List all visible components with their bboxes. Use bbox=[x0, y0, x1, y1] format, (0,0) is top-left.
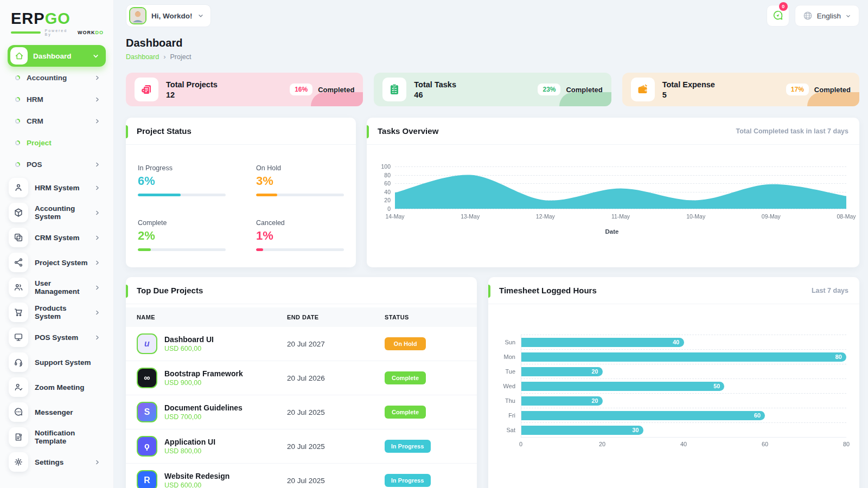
status-value: 1% bbox=[256, 229, 344, 243]
status-badge: Complete bbox=[385, 406, 426, 419]
sidebar-item-notification-template[interactable]: Notification Template bbox=[8, 425, 106, 450]
sidebar-item-products-system[interactable]: Products System bbox=[8, 300, 106, 325]
sidebar-item-messenger[interactable]: Messenger bbox=[8, 400, 106, 425]
status-label: On Hold bbox=[256, 164, 344, 172]
language-selector[interactable]: English bbox=[795, 5, 859, 27]
progress-fill bbox=[138, 248, 151, 251]
table-row[interactable]: S Document Guidelines USD 700,00 20 Jul … bbox=[126, 395, 477, 429]
bar-row-thu: Thu 20 bbox=[497, 393, 846, 408]
breadcrumb: Dashboard › Project bbox=[126, 53, 859, 61]
sidebar-item-accounting-system[interactable]: Accounting System bbox=[8, 200, 106, 225]
bar[interactable]: 20 bbox=[521, 396, 603, 406]
sidebar-item-support-system[interactable]: Support System bbox=[8, 350, 106, 375]
status-badge: In Progress bbox=[385, 440, 431, 453]
project-name: Dashboard UI bbox=[164, 335, 214, 344]
timesheet-card: Timesheet Logged Hours Last 7 days Sun 4… bbox=[488, 277, 859, 488]
sidebar-item-hrm-system[interactable]: HRM System bbox=[8, 175, 106, 200]
message-icon bbox=[772, 10, 784, 22]
sidebar-item-label: Accounting System bbox=[35, 204, 88, 221]
powered-by-label: Powered By bbox=[45, 29, 73, 36]
bar[interactable]: 80 bbox=[521, 352, 846, 362]
project-amount: USD 800,00 bbox=[164, 447, 215, 455]
project-status-card: Project Status In Progress 6% On Hold 3%… bbox=[126, 118, 356, 267]
user-menu-button[interactable]: Hi, Workdo! bbox=[126, 4, 211, 27]
sidebar-item-project[interactable]: Project bbox=[8, 132, 106, 153]
dot-icon bbox=[15, 119, 20, 124]
sidebar-item-accounting[interactable]: Accounting bbox=[8, 67, 106, 88]
brand-name: ERPGO bbox=[11, 10, 104, 28]
progress-track bbox=[256, 248, 344, 251]
total-expense-card: Total Expense 5 17% Completed bbox=[622, 73, 859, 106]
chevron-right-icon bbox=[94, 459, 100, 465]
x-axis-title: Date bbox=[378, 228, 846, 235]
chat-icon bbox=[9, 402, 28, 422]
sidebar-item-hrm[interactable]: HRM bbox=[8, 88, 106, 110]
sidebar-item-crm[interactable]: CRM bbox=[8, 110, 106, 132]
sidebar-item-label: Messenger bbox=[35, 408, 94, 416]
sidebar-item-dashboard[interactable]: Dashboard bbox=[8, 45, 106, 67]
card-title: Tasks Overview bbox=[378, 126, 438, 136]
status-complete: Complete 2% bbox=[138, 219, 226, 251]
sidebar-item-settings[interactable]: Settings bbox=[8, 450, 106, 474]
sidebar-item-crm-system[interactable]: CRM System bbox=[8, 225, 106, 250]
project-logo-icon: R bbox=[137, 470, 157, 488]
bar[interactable]: 50 bbox=[521, 382, 724, 391]
bar[interactable]: 30 bbox=[521, 426, 643, 435]
message-count-badge: 0 bbox=[779, 2, 788, 11]
breadcrumb-separator: › bbox=[163, 53, 165, 61]
bar[interactable]: 20 bbox=[521, 367, 603, 376]
end-date: 20 Jul 2026 bbox=[287, 374, 385, 382]
timesheet-chart: Sun 40 Mon 80 Tue 20 Wed 50 Thu 20 Fri 6… bbox=[488, 304, 859, 461]
sidebar-item-label: Accounting bbox=[27, 74, 88, 82]
y-axis-labels: 020406080100 bbox=[378, 166, 395, 209]
home-icon bbox=[10, 47, 28, 65]
x-axis-labels: 14-May13-May12-May11-May10-May09-May08-M… bbox=[395, 213, 846, 224]
chevron-right-icon bbox=[94, 118, 100, 124]
sidebar-item-label: Products System bbox=[35, 304, 88, 320]
chevron-right-icon bbox=[94, 75, 100, 81]
bar[interactable]: 60 bbox=[521, 411, 765, 420]
messages-button[interactable]: 0 bbox=[767, 5, 789, 27]
tasks-overview-card: Tasks Overview Total Completed task in l… bbox=[367, 118, 859, 267]
progress-track bbox=[138, 248, 226, 251]
chevron-right-icon bbox=[94, 335, 100, 341]
brand-logo[interactable]: ERPGO Powered By WORKDO bbox=[8, 8, 106, 37]
monitor-icon bbox=[9, 328, 28, 347]
bar[interactable]: 40 bbox=[521, 338, 684, 347]
table-row[interactable]: u Dashboard UI USD 600,00 20 Jul 2027 On… bbox=[126, 327, 477, 361]
sidebar-item-pos-system[interactable]: POS System bbox=[8, 325, 106, 350]
sidebar-item-pos[interactable]: POS bbox=[8, 153, 106, 175]
table-row[interactable]: ∞ Bootstrap Framework USD 900,00 20 Jul … bbox=[126, 361, 477, 395]
project-name: Application UI bbox=[164, 438, 215, 446]
total-tasks-card: Total Tasks 46 23% Completed bbox=[374, 73, 611, 106]
project-logo-icon: u bbox=[137, 333, 157, 354]
project-logo-icon: ∞ bbox=[137, 368, 157, 388]
bar-category-label: Thu bbox=[497, 393, 521, 408]
document-icon bbox=[9, 427, 28, 447]
chevron-right-icon bbox=[94, 185, 100, 191]
sidebar-item-project-system[interactable]: Project System bbox=[8, 250, 106, 275]
sidebar-item-label: CRM System bbox=[35, 234, 88, 242]
sidebar-item-user-management[interactable]: User Management bbox=[8, 275, 106, 300]
stat-label: Total Projects bbox=[166, 80, 218, 89]
chevron-down-icon bbox=[845, 13, 851, 19]
expense-icon bbox=[631, 78, 655, 101]
sidebar: ERPGO Powered By WORKDO Dashboard Accoun… bbox=[0, 0, 114, 488]
end-date: 20 Jul 2025 bbox=[287, 477, 385, 485]
breadcrumb-dashboard-link[interactable]: Dashboard bbox=[126, 53, 159, 61]
stat-label: Total Expense bbox=[662, 80, 715, 89]
chevron-right-icon bbox=[94, 260, 100, 266]
stat-value: 46 bbox=[414, 91, 456, 99]
status-label: Canceled bbox=[256, 219, 344, 227]
bar-row-sat: Sat 30 bbox=[497, 422, 846, 437]
cube-icon bbox=[9, 203, 28, 222]
globe-icon bbox=[803, 11, 813, 21]
sidebar-item-label: HRM System bbox=[35, 184, 88, 192]
table-row[interactable]: R Website Redesign USD 600,00 20 Jul 202… bbox=[126, 464, 477, 488]
table-row[interactable]: ϙ Application UI USD 800,00 20 Jul 2025 … bbox=[126, 429, 477, 464]
sidebar-item-label: Settings bbox=[35, 458, 88, 466]
project-logo-icon: ϙ bbox=[137, 436, 157, 457]
sidebar-item-zoom-meeting[interactable]: Zoom Meeting bbox=[8, 375, 106, 400]
bar-category-label: Tue bbox=[497, 364, 521, 378]
dot-icon bbox=[15, 162, 20, 167]
